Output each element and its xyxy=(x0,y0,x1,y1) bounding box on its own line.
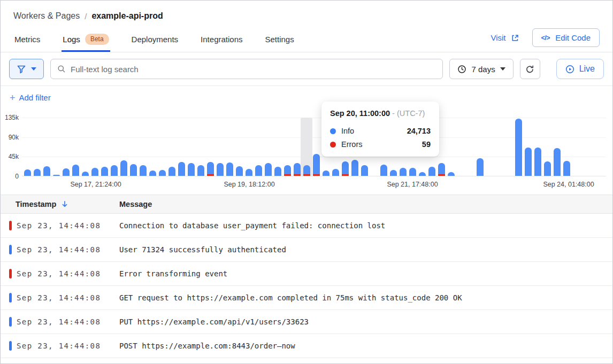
chart-bar[interactable] xyxy=(255,165,262,176)
chart-bar[interactable] xyxy=(168,167,175,176)
chart-bar[interactable] xyxy=(361,165,368,176)
chart-bar[interactable] xyxy=(428,167,435,176)
tooltip-timezone: (UTC-7) xyxy=(397,109,425,118)
add-filter-label: Add filter xyxy=(19,93,51,102)
chart-bar[interactable] xyxy=(525,148,532,176)
chart-bar-error-segment xyxy=(294,174,301,176)
chart-bar[interactable] xyxy=(438,163,445,176)
chart-bar[interactable] xyxy=(563,161,570,176)
chart-bar[interactable] xyxy=(400,168,407,176)
chart-bar[interactable] xyxy=(274,167,281,176)
chart-bar[interactable] xyxy=(101,167,108,176)
chart-bar[interactable] xyxy=(419,172,426,176)
live-label: Live xyxy=(579,64,595,74)
chart-bar[interactable] xyxy=(53,175,60,176)
chart-bar[interactable] xyxy=(246,169,252,176)
tooltip-separator: - xyxy=(392,109,395,118)
log-message: Error transforming event xyxy=(119,269,227,278)
chart-bar[interactable] xyxy=(236,166,243,176)
y-axis-label: 45k xyxy=(1,153,19,160)
breadcrumb: Workers & Pages / example-api-prod xyxy=(13,11,600,21)
chart-bar[interactable] xyxy=(332,169,339,176)
chart-bar[interactable] xyxy=(265,163,272,176)
log-message: POST https://example.com:8443/order–now xyxy=(119,342,295,350)
chart-bar[interactable] xyxy=(284,165,291,176)
chevron-down-icon xyxy=(31,67,36,71)
chart-bar[interactable] xyxy=(323,171,330,176)
live-button[interactable]: Live xyxy=(556,59,604,79)
visit-link[interactable]: Visit xyxy=(491,33,519,42)
chart-bar[interactable] xyxy=(544,161,551,176)
table-row[interactable]: Sep 23, 14:44:08PUT https://example.com/… xyxy=(1,310,612,334)
external-link-icon xyxy=(511,34,519,42)
table-row[interactable]: Sep 23, 14:44:08GET request to https://e… xyxy=(1,286,612,310)
series-color-dot xyxy=(330,142,336,148)
tab-logs[interactable]: LogsBeta xyxy=(62,28,110,52)
chart-plot xyxy=(22,118,606,176)
tooltip-series-row: Info24,713 xyxy=(330,127,431,135)
chart-bar[interactable] xyxy=(178,162,185,176)
tab-settings[interactable]: Settings xyxy=(264,28,295,52)
table-row[interactable]: Sep 23, 14:44:08Connection to database u… xyxy=(1,214,612,238)
tooltip-series-row: Errors59 xyxy=(330,140,431,149)
play-circle-icon xyxy=(565,65,574,74)
chart-bar[interactable] xyxy=(197,165,204,176)
chart-bar[interactable] xyxy=(72,165,79,176)
series-name: Info xyxy=(341,127,354,135)
breadcrumb-section[interactable]: Workers & Pages xyxy=(13,11,80,21)
edit-code-button[interactable]: </> Edit Code xyxy=(532,28,600,47)
tab-integrations[interactable]: Integrations xyxy=(200,28,243,52)
chart-bar[interactable] xyxy=(303,165,310,176)
table-row[interactable]: Sep 23, 14:44:08POST https://example.com… xyxy=(1,334,612,358)
chart-bar[interactable] xyxy=(140,165,147,176)
log-level-indicator xyxy=(9,317,12,327)
column-header-timestamp[interactable]: Timestamp xyxy=(1,200,119,208)
chart-bar[interactable] xyxy=(207,162,214,176)
search-input[interactable] xyxy=(71,65,436,74)
chart-bar[interactable] xyxy=(477,158,484,176)
filter-menu-button[interactable] xyxy=(9,59,44,79)
chart-bar[interactable] xyxy=(534,148,541,176)
chart-bar[interactable] xyxy=(91,168,98,176)
chart-bar[interactable] xyxy=(294,163,301,176)
chart-bar[interactable] xyxy=(120,160,127,176)
add-filter-button[interactable]: + Add filter xyxy=(1,86,60,109)
tab-deployments[interactable]: Deployments xyxy=(131,28,180,52)
chart-bar-error-segment xyxy=(303,174,310,176)
chart-bar[interactable] xyxy=(342,161,349,176)
column-header-message[interactable]: Message xyxy=(119,200,612,208)
refresh-button[interactable] xyxy=(520,59,540,79)
tab-label: Settings xyxy=(265,35,294,44)
breadcrumb-separator: / xyxy=(85,12,87,21)
chart-bar[interactable] xyxy=(380,165,387,176)
chart-bar[interactable] xyxy=(24,169,31,176)
log-table-body: Sep 23, 14:44:08Connection to database u… xyxy=(1,214,612,358)
table-row[interactable]: Sep 23, 14:44:08User 71324 successfully … xyxy=(1,238,612,262)
chart-bar[interactable] xyxy=(226,162,233,176)
chart-bar[interactable] xyxy=(82,172,89,176)
chart-bar[interactable] xyxy=(313,154,320,176)
search-box[interactable] xyxy=(50,59,443,79)
chart-bar[interactable] xyxy=(43,166,50,176)
chart-bar[interactable] xyxy=(554,148,561,176)
chart-bar[interactable] xyxy=(159,170,166,176)
chart-bar[interactable] xyxy=(188,163,195,176)
chart-bar[interactable] xyxy=(448,172,455,176)
chart-bar[interactable] xyxy=(217,163,224,176)
time-range-dropdown[interactable]: 7 days xyxy=(449,59,513,79)
table-row[interactable]: Sep 23, 14:44:08Error transforming event xyxy=(1,262,612,286)
chart-bar[interactable] xyxy=(111,165,118,176)
chart-bar[interactable] xyxy=(515,119,522,176)
chart-bar[interactable] xyxy=(63,168,70,176)
chart-bar[interactable] xyxy=(390,170,397,176)
tab-label: Logs xyxy=(63,35,80,44)
chart-bar[interactable] xyxy=(149,171,156,176)
chart-bar[interactable] xyxy=(34,169,41,176)
log-toolbar: 7 days Live xyxy=(1,52,612,86)
tab-metrics[interactable]: Metrics xyxy=(13,28,41,52)
chart-bar[interactable] xyxy=(351,160,358,176)
tooltip-timestamp: Sep 20, 11:00:00 xyxy=(330,109,390,118)
chart-bar[interactable] xyxy=(130,164,137,176)
chart-bar[interactable] xyxy=(409,168,416,176)
y-axis-label: 135k xyxy=(1,114,19,121)
